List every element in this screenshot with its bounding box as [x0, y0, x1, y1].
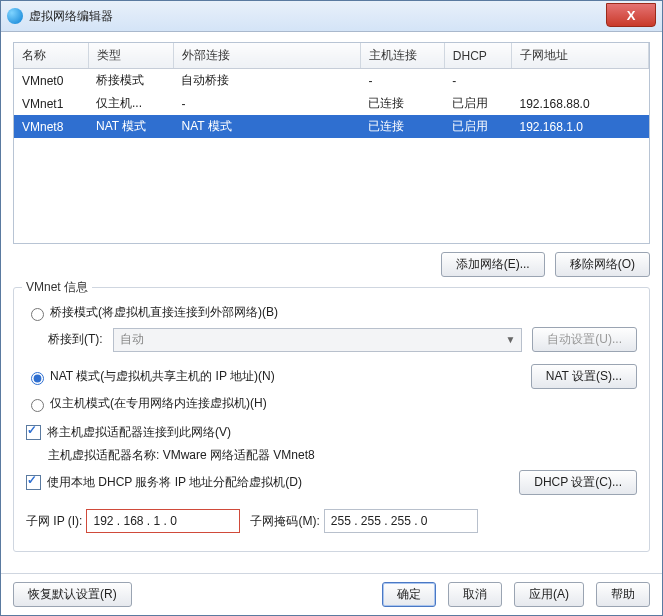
network-table[interactable]: 名称 类型 外部连接 主机连接 DHCP 子网地址 VMnet0桥接模式自动桥接… — [13, 42, 650, 244]
body: 名称 类型 外部连接 主机连接 DHCP 子网地址 VMnet0桥接模式自动桥接… — [1, 32, 662, 573]
close-button[interactable]: X — [606, 3, 656, 27]
table-row[interactable]: VMnet0桥接模式自动桥接-- — [14, 69, 649, 93]
window: 虚拟网络编辑器 X 名称 类型 外部连接 主机连接 DHCP 子网地址 VMne… — [0, 0, 663, 616]
vmnet-info-group: VMnet 信息 桥接模式(将虚拟机直接连接到外部网络)(B) 桥接到(T): … — [13, 287, 650, 552]
col-ext[interactable]: 外部连接 — [173, 43, 360, 69]
help-button[interactable]: 帮助 — [596, 582, 650, 607]
col-host[interactable]: 主机连接 — [360, 43, 444, 69]
close-icon: X — [627, 8, 636, 23]
apply-button[interactable]: 应用(A) — [514, 582, 584, 607]
nat-settings-button[interactable]: NAT 设置(S)... — [531, 364, 637, 389]
table-row-selected[interactable]: VMnet8NAT 模式NAT 模式已连接已启用192.168.1.0 — [14, 115, 649, 138]
subnet-ip-label: 子网 IP (I): — [26, 513, 82, 530]
subnet-mask-field[interactable]: 255 . 255 . 255 . 0 — [324, 509, 478, 533]
group-title: VMnet 信息 — [22, 279, 92, 296]
check-use-dhcp-label: 使用本地 DHCP 服务将 IP 地址分配给虚拟机(D) — [47, 474, 302, 491]
window-title: 虚拟网络编辑器 — [29, 8, 113, 25]
radio-nat[interactable] — [31, 372, 44, 385]
bottom-bar: 恢复默认设置(R) 确定 取消 应用(A) 帮助 — [1, 573, 662, 615]
col-type[interactable]: 类型 — [88, 43, 173, 69]
bridge-to-label: 桥接到(T): — [48, 331, 103, 348]
chevron-down-icon: ▼ — [505, 334, 515, 345]
app-icon — [7, 8, 23, 24]
adapter-name-label: 主机虚拟适配器名称: VMware 网络适配器 VMnet8 — [48, 447, 315, 464]
table-row[interactable]: VMnet1仅主机...-已连接已启用192.168.88.0 — [14, 92, 649, 115]
radio-hostonly-label: 仅主机模式(在专用网络内连接虚拟机)(H) — [50, 395, 267, 412]
bridge-combo-value: 自动 — [120, 331, 144, 348]
subnet-ip-field[interactable]: 192 . 168 . 1 . 0 — [86, 509, 240, 533]
radio-bridge-label: 桥接模式(将虚拟机直接连接到外部网络)(B) — [50, 304, 278, 321]
ok-button[interactable]: 确定 — [382, 582, 436, 607]
check-connect-adapter[interactable] — [26, 425, 41, 440]
subnet-mask-label: 子网掩码(M): — [250, 513, 319, 530]
radio-nat-label: NAT 模式(与虚拟机共享主机的 IP 地址)(N) — [50, 368, 275, 385]
cancel-button[interactable]: 取消 — [448, 582, 502, 607]
add-network-button[interactable]: 添加网络(E)... — [441, 252, 545, 277]
bridge-to-combo[interactable]: 自动 ▼ — [113, 328, 523, 352]
check-use-dhcp[interactable] — [26, 475, 41, 490]
dhcp-settings-button[interactable]: DHCP 设置(C)... — [519, 470, 637, 495]
radio-hostonly[interactable] — [31, 399, 44, 412]
col-name[interactable]: 名称 — [14, 43, 88, 69]
col-dhcp[interactable]: DHCP — [444, 43, 511, 69]
col-subnet[interactable]: 子网地址 — [512, 43, 649, 69]
auto-set-button[interactable]: 自动设置(U)... — [532, 327, 637, 352]
check-connect-adapter-label: 将主机虚拟适配器连接到此网络(V) — [47, 424, 231, 441]
remove-network-button[interactable]: 移除网络(O) — [555, 252, 650, 277]
radio-bridge[interactable] — [31, 308, 44, 321]
titlebar: 虚拟网络编辑器 X — [1, 1, 662, 32]
restore-defaults-button[interactable]: 恢复默认设置(R) — [13, 582, 132, 607]
